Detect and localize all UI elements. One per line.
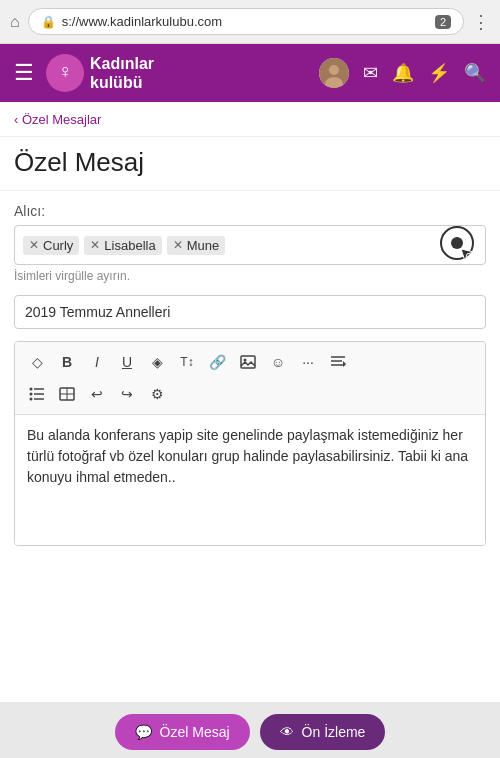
font-size-button[interactable]: T↕	[173, 348, 201, 376]
app-header: ☰ ♀ Kadınlar kulübü ✉ 🔔 ⚡ 🔍	[0, 44, 500, 102]
image-button[interactable]	[234, 348, 262, 376]
toolbar-row-1: ◇ B I U ◈ T↕ 🔗 ☺ ···	[23, 348, 477, 376]
toolbar-row-2: ↩ ↪ ⚙	[23, 380, 477, 408]
send-message-button[interactable]: 💬 Özel Mesaj	[115, 714, 250, 750]
italic-button[interactable]: I	[83, 348, 111, 376]
redo-button[interactable]: ↪	[113, 380, 141, 408]
remove-lisabella-button[interactable]: ✕	[90, 238, 100, 252]
lock-icon: 🔒	[41, 15, 56, 29]
page-title-area: Özel Mesaj	[0, 137, 500, 191]
browser-menu-icon[interactable]: ⋮	[472, 11, 490, 33]
link-button[interactable]: 🔗	[203, 348, 232, 376]
svg-point-3	[329, 65, 339, 75]
editor-toolbar: ◇ B I U ◈ T↕ 🔗 ☺ ···	[15, 342, 485, 415]
flash-icon[interactable]: ⚡	[428, 62, 450, 84]
hamburger-menu-icon[interactable]: ☰	[14, 60, 34, 86]
logo-area: ♀ Kadınlar kulübü	[46, 54, 307, 92]
svg-rect-8	[241, 356, 255, 368]
svg-marker-13	[343, 361, 346, 367]
recipient-name: Lisabella	[104, 238, 155, 253]
recipients-input[interactable]: ✕ Curly ✕ Lisabella ✕ Mune	[14, 225, 486, 265]
browser-chrome: ⌂ 🔒 s://www.kadinlarkulubu.com 2 ⋮	[0, 0, 500, 44]
remove-mune-button[interactable]: ✕	[173, 238, 183, 252]
recipient-hint: İsimleri virgülle ayırın.	[14, 269, 486, 283]
table-button[interactable]	[53, 380, 81, 408]
editor-container: ◇ B I U ◈ T↕ 🔗 ☺ ···	[14, 341, 486, 546]
svg-point-17	[30, 388, 33, 391]
emoji-button[interactable]: ☺	[264, 348, 292, 376]
logo-icon: ♀	[46, 54, 84, 92]
url-bar[interactable]: 🔒 s://www.kadinlarkulubu.com 2	[28, 8, 464, 35]
remove-curly-button[interactable]: ✕	[29, 238, 39, 252]
search-icon[interactable]: 🔍	[464, 62, 486, 84]
preview-icon: 👁	[280, 724, 294, 740]
svg-point-6	[451, 237, 463, 249]
svg-point-19	[30, 398, 33, 401]
logo-text: Kadınlar kulübü	[90, 54, 154, 92]
svg-point-18	[30, 393, 33, 396]
url-text: s://www.kadinlarkulubu.com	[62, 14, 429, 29]
recipient-tag-mune: ✕ Mune	[167, 236, 226, 255]
svg-text:♀: ♀	[58, 60, 73, 82]
preview-button[interactable]: 👁 Ön İzleme	[260, 714, 386, 750]
send-label: Özel Mesaj	[160, 724, 230, 740]
header-icons: ✉ 🔔 ⚡ 🔍	[319, 58, 486, 88]
recipient-tag-curly: ✕ Curly	[23, 236, 79, 255]
cursor-indicator	[439, 225, 475, 265]
align-button[interactable]	[324, 348, 352, 376]
avatar[interactable]	[319, 58, 349, 88]
editor-body[interactable]: Bu alanda konferans yapip site genelinde…	[15, 415, 485, 545]
recipient-name: Curly	[43, 238, 73, 253]
bell-icon[interactable]: 🔔	[392, 62, 414, 84]
mail-icon[interactable]: ✉	[363, 62, 378, 84]
breadcrumb-link[interactable]: ‹ Özel Mesajlar	[14, 112, 101, 127]
form-area: Alıcı: ✕ Curly ✕ Lisabella ✕ Mune	[0, 191, 500, 570]
list-button[interactable]	[23, 380, 51, 408]
underline-button[interactable]: U	[113, 348, 141, 376]
eraser-button[interactable]: ◇	[23, 348, 51, 376]
breadcrumb: ‹ Özel Mesajlar	[0, 102, 500, 137]
page-content: ‹ Özel Mesajlar Özel Mesaj Alıcı: ✕ Curl…	[0, 102, 500, 702]
page-title: Özel Mesaj	[14, 147, 486, 178]
recipient-label: Alıcı:	[14, 203, 486, 219]
subject-input[interactable]	[14, 295, 486, 329]
text-color-button[interactable]: ◈	[143, 348, 171, 376]
recipient-name: Mune	[187, 238, 220, 253]
home-icon[interactable]: ⌂	[10, 13, 20, 31]
more-button[interactable]: ···	[294, 348, 322, 376]
preview-label: Ön İzleme	[302, 724, 366, 740]
bold-button[interactable]: B	[53, 348, 81, 376]
action-bar: 💬 Özel Mesaj 👁 Ön İzleme	[0, 702, 500, 758]
settings-button[interactable]: ⚙	[143, 380, 171, 408]
recipient-tag-lisabella: ✕ Lisabella	[84, 236, 161, 255]
send-icon: 💬	[135, 724, 152, 740]
undo-button[interactable]: ↩	[83, 380, 111, 408]
tab-count-badge[interactable]: 2	[435, 15, 451, 29]
